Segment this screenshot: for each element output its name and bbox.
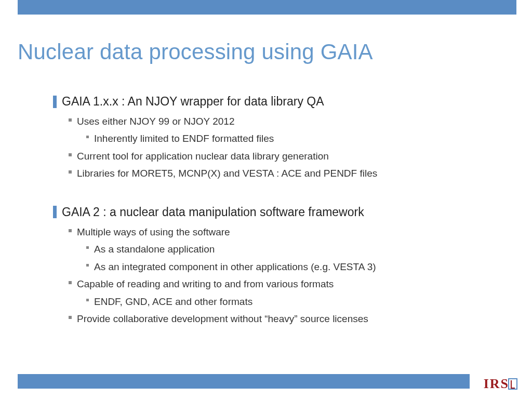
bottom-accent-bar bbox=[18, 374, 470, 389]
square-bullet-icon bbox=[86, 246, 89, 249]
sub-bullet-item: Inherently limited to ENDF formatted fil… bbox=[86, 131, 489, 146]
top-accent-bar bbox=[18, 0, 516, 15]
square-bullet-icon bbox=[69, 153, 72, 156]
section-heading: GAIA 2 : a nuclear data manipulation sof… bbox=[53, 205, 489, 219]
logo-box-icon bbox=[508, 378, 517, 390]
slide: Nuclear data processing using GAIA GAIA … bbox=[0, 0, 532, 399]
sub-bullet-item: As an integrated component in other appl… bbox=[86, 259, 489, 274]
heading-text: GAIA 2 : a nuclear data manipulation sof… bbox=[62, 205, 364, 219]
sub-bullet-text: As an integrated component in other appl… bbox=[94, 259, 376, 274]
sub-bullet-text: As a standalone application bbox=[94, 242, 215, 257]
square-bullet-icon bbox=[69, 281, 72, 284]
square-bullet-icon bbox=[69, 229, 72, 232]
logo-text: IRS bbox=[484, 376, 509, 391]
square-bullet-icon bbox=[69, 118, 72, 122]
bullet-text: Uses either NJOY 99 or NJOY 2012 bbox=[77, 114, 234, 129]
content-area: GAIA 1.x.x : An NJOY wrapper for data li… bbox=[53, 95, 489, 350]
square-bullet-icon bbox=[86, 299, 89, 301]
irsn-logo: IRS bbox=[484, 376, 517, 392]
section-gaia-2: GAIA 2 : a nuclear data manipulation sof… bbox=[53, 205, 489, 327]
heading-bar-icon bbox=[53, 96, 57, 108]
section-heading: GAIA 1.x.x : An NJOY wrapper for data li… bbox=[53, 95, 489, 109]
square-bullet-icon bbox=[86, 264, 89, 267]
heading-text: GAIA 1.x.x : An NJOY wrapper for data li… bbox=[62, 95, 324, 109]
sub-bullet-text: Inherently limited to ENDF formatted fil… bbox=[94, 131, 274, 146]
bullet-item: Multiple ways of using the software bbox=[69, 224, 489, 240]
bullet-item: Current tool for application nuclear dat… bbox=[69, 149, 489, 164]
sub-bullet-text: ENDF, GND, ACE and other formats bbox=[94, 294, 252, 309]
bullet-item: Uses either NJOY 99 or NJOY 2012 bbox=[69, 114, 489, 129]
square-bullet-icon bbox=[86, 136, 89, 138]
section-gaia-1: GAIA 1.x.x : An NJOY wrapper for data li… bbox=[53, 95, 489, 181]
bullet-item: Libraries for MORET5, MCNP(X) and VESTA … bbox=[69, 166, 489, 181]
bullet-text: Capable of reading and writing to and fr… bbox=[77, 276, 334, 291]
bullet-text: Multiple ways of using the software bbox=[77, 224, 230, 240]
bullet-item: Provide collaborative development withou… bbox=[69, 311, 489, 326]
heading-bar-icon bbox=[53, 206, 57, 218]
square-bullet-icon bbox=[69, 170, 72, 174]
bullet-text: Libraries for MORET5, MCNP(X) and VESTA … bbox=[77, 166, 377, 181]
bullet-item: Capable of reading and writing to and fr… bbox=[69, 276, 489, 291]
bullet-text: Provide collaborative development withou… bbox=[77, 311, 368, 326]
square-bullet-icon bbox=[69, 316, 72, 319]
sub-bullet-item: As a standalone application bbox=[86, 242, 489, 257]
slide-title: Nuclear data processing using GAIA bbox=[18, 39, 373, 64]
bullet-text: Current tool for application nuclear dat… bbox=[77, 149, 329, 164]
sub-bullet-item: ENDF, GND, ACE and other formats bbox=[86, 294, 489, 309]
